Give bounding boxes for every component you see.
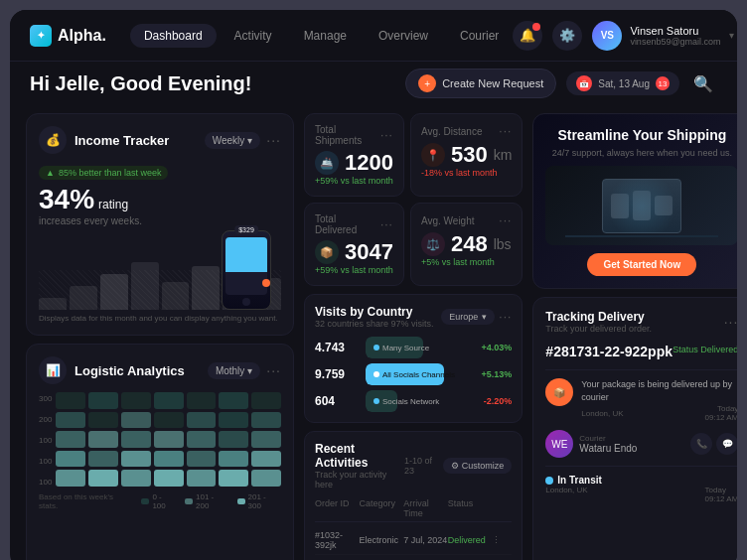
- legend-item-3: 201 - 300: [237, 492, 281, 510]
- settings-button[interactable]: ⚙️: [552, 21, 582, 51]
- transit-time: 09:12 AM: [705, 494, 737, 503]
- customize-button[interactable]: ⚙ Customize: [443, 458, 513, 474]
- rating-badge: ▲ 85% better than last week: [39, 166, 168, 180]
- y-label-300: 300: [39, 394, 52, 403]
- cell: [251, 431, 281, 448]
- y-axis-labels: 300 200 100 100 100: [39, 392, 52, 487]
- tracking-card: Tracking Delivery Track your delivered o…: [532, 297, 737, 560]
- visit-source-3: Socials Network: [374, 397, 439, 406]
- act-more-1[interactable]: ⋮: [492, 535, 512, 545]
- call-button[interactable]: 📞: [690, 433, 712, 455]
- get-started-button[interactable]: Get Started Now: [587, 253, 696, 276]
- logistic-period-selector[interactable]: Mothly ▾: [208, 362, 260, 379]
- logistic-header: 📊 Logistic Analytics Mothly ▾ ···: [39, 356, 281, 384]
- tab-overview[interactable]: Overview: [365, 24, 442, 48]
- visits-sub: 32 countries share 97% visits.: [315, 319, 434, 329]
- cell: [121, 470, 151, 487]
- user-email: vinsenb59@gmail.com: [630, 37, 720, 47]
- stat-header-distance: Avg. Distance ···: [421, 124, 512, 138]
- right-column: Streamline Your Shipping 24/7 support, a…: [532, 113, 737, 560]
- heatmap-grid: 300 200 100 100 100: [39, 392, 281, 487]
- visit-row-1: 4.743 Many Source +4.03%: [315, 337, 512, 358]
- y-label-100c: 100: [39, 478, 52, 487]
- event-avatar-1: 📦: [545, 378, 573, 406]
- income-tracker-footer: Displays data for this month and you can…: [39, 314, 281, 323]
- more-options-button[interactable]: ···: [266, 132, 281, 148]
- col-header-action: [492, 498, 512, 518]
- logistic-title: Logistic Analytics: [75, 363, 185, 378]
- stat-more-weight[interactable]: ···: [499, 213, 512, 227]
- logo-text: Alpha.: [58, 27, 106, 45]
- cell: [219, 431, 248, 448]
- cell: [121, 412, 151, 429]
- visit-source-2: All Socials Channels: [374, 370, 455, 379]
- cell: [88, 470, 118, 487]
- cell: [187, 470, 217, 487]
- period-label: Weekly: [213, 135, 245, 146]
- message-button[interactable]: 💬: [716, 433, 737, 455]
- middle-column: Total Shipments ··· 🚢 1200 +59% vs last …: [304, 113, 523, 560]
- stat-change-shipments: +59% vs last month: [315, 176, 393, 186]
- price-tag: $329: [234, 225, 258, 234]
- notifications-button[interactable]: 🔔: [513, 21, 542, 51]
- income-tracker-body: ▲ 85% better than last week 34% rating i…: [39, 162, 281, 323]
- tracking-header: Tracking Delivery Track your delivered o…: [545, 310, 737, 334]
- app-container: ✦ Alpha. Dashboard Activity Manage Overv…: [10, 10, 737, 560]
- visit-num-1: 4.743: [315, 341, 360, 354]
- tab-manage[interactable]: Manage: [290, 24, 361, 48]
- stat-icon-weight: ⚖️: [421, 232, 445, 256]
- tracking-title-group: Tracking Delivery Track your delivered o…: [545, 310, 652, 334]
- avatar: VS: [592, 21, 622, 51]
- visits-more-options[interactable]: ···: [499, 310, 512, 324]
- tracking-id: #281731-22-922ppk: [545, 344, 672, 359]
- create-request-button[interactable]: + Create New Request: [405, 69, 556, 98]
- stat-more-delivered[interactable]: ···: [380, 217, 393, 231]
- tracking-event-1: 📦 Your package is being delivered up by …: [545, 378, 737, 422]
- courier-name: Wataru Endo: [579, 443, 684, 454]
- tab-dashboard[interactable]: Dashboard: [130, 24, 217, 48]
- main-content: 💰 Income Tracker Weekly ▾ ··· ▲ 85%: [10, 105, 737, 560]
- cell: [219, 470, 248, 487]
- cell: [154, 431, 184, 448]
- tab-activity[interactable]: Activity: [221, 24, 286, 48]
- period-selector[interactable]: Weekly ▾: [205, 132, 261, 149]
- date-badge: 📅 Sat, 13 Aug 13: [566, 71, 679, 95]
- in-transit-badge: In Transit: [545, 475, 737, 486]
- cell: [56, 392, 85, 409]
- legend-label-3: 201 - 300: [248, 492, 282, 510]
- stat-icon-delivered: 📦: [315, 240, 339, 264]
- visits-header: Visits by Country 32 countries share 97%…: [315, 305, 512, 329]
- tracking-id-row: #281731-22-922ppk Status Delivered: [545, 338, 737, 361]
- tab-courier[interactable]: Courier: [446, 24, 513, 48]
- visit-pct-2: +5.13%: [476, 369, 512, 379]
- cell: [56, 451, 85, 468]
- stat-more-shipments[interactable]: ···: [380, 128, 393, 142]
- event-time-group: Today 09:12 AM: [705, 404, 737, 422]
- tracking-more-options[interactable]: ···: [724, 314, 737, 330]
- date-text: Sat, 13 Aug: [598, 78, 650, 89]
- visit-row-2: 9.759 All Socials Channels +5.13%: [315, 363, 512, 385]
- search-button[interactable]: 🔍: [689, 70, 717, 97]
- stat-value-weight: 248: [451, 231, 488, 257]
- stat-label-shipments: Total Shipments: [315, 124, 380, 146]
- logistic-more-options[interactable]: ···: [266, 362, 281, 378]
- visit-pct-1: +4.03%: [476, 343, 512, 352]
- tracking-title: Tracking Delivery: [545, 310, 652, 324]
- stats-grid: Total Shipments ··· 🚢 1200 +59% vs last …: [304, 113, 523, 286]
- event-content-1: Your package is being delivered up by co…: [581, 378, 737, 422]
- stat-value-row-del: 📦 3047: [315, 239, 393, 265]
- act-category-1: Electronic: [360, 535, 404, 545]
- event-location-1: London, UK: [581, 409, 623, 418]
- visit-num-3: 604: [315, 394, 360, 408]
- courier-info: Courier Wataru Endo: [579, 434, 684, 454]
- cell: [121, 431, 151, 448]
- stat-more-distance[interactable]: ···: [499, 124, 512, 138]
- user-dropdown-icon[interactable]: ▾: [729, 30, 734, 41]
- income-tracker-icon: 💰: [39, 126, 67, 154]
- tracking-status: Status Delivered: [672, 345, 737, 354]
- promo-sub: 24/7 support, always here when you need …: [545, 148, 737, 158]
- greeting-name: Hi Jelle,: [30, 72, 105, 94]
- region-selector[interactable]: Europe ▾: [441, 309, 495, 325]
- header-bar: Hi Jelle, Good Evening! + Create New Req…: [10, 62, 737, 105]
- user-details: Vinsen Satoru vinsenb59@gmail.com: [630, 25, 720, 47]
